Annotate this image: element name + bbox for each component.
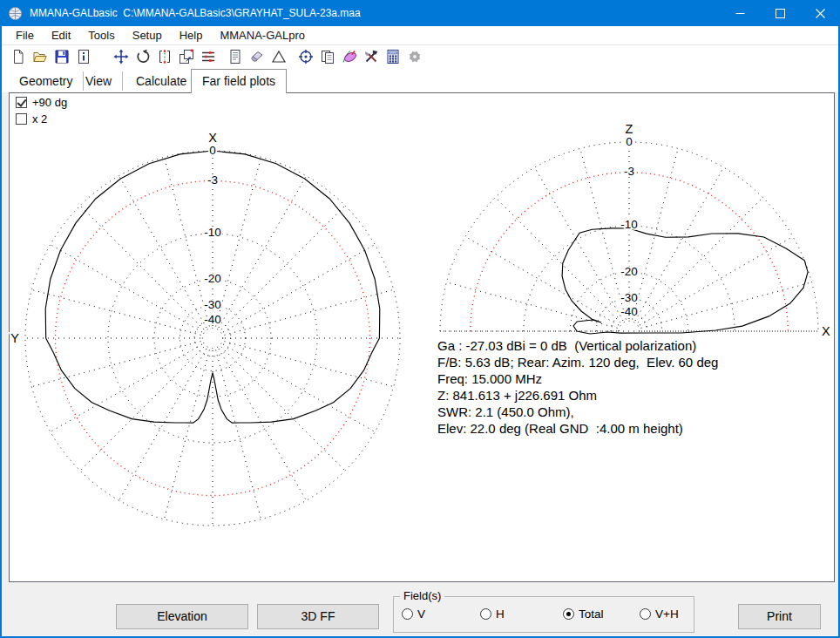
checkbox-x2-box[interactable] [16,113,27,125]
tab-far-field-plots[interactable]: Far field plots [191,69,287,93]
checkbox-plus90dg-box[interactable] [16,97,27,108]
title-bar: MMANA-GALbasic C:\MMANA-GALBasic3\GRAYHA… [0,0,840,26]
footer-bar: Elevation 3D FF Field(s) VHTotalV+H Prin… [2,583,838,636]
checkbox-x2-label: x 2 [32,112,47,126]
svg-text:-10: -10 [204,226,221,239]
elevation-far-field-pattern: 0-3-10-20-30-40ZX [440,122,830,338]
result-line: F/B: 5.63 dB; Rear: Azim. 120 deg, Elev.… [437,354,718,370]
fields-groupbox-label: Field(s) [400,589,444,602]
app-window: MMANA-GALbasic C:\MMANA-GALBasic3\GRAYHA… [0,0,840,638]
duplicate-icon[interactable] [320,49,335,64]
toolbar-group-2 [113,49,222,64]
svg-text:0: 0 [209,144,216,157]
svg-text:Z: Z [626,122,633,136]
svg-text:-20: -20 [620,265,638,278]
menu-item-mmana-galpro[interactable]: MMANA-GALpro [211,26,314,45]
radio-field-total[interactable]: Total [563,607,604,621]
minimize-button[interactable] [720,0,760,26]
app-icon [8,6,23,21]
new-file-icon[interactable] [10,49,26,64]
result-line: SWR: 2.1 (450.0 Ohm), [437,404,718,420]
file-info-icon[interactable] [76,49,91,64]
radio-label: V+H [655,607,679,621]
radio-label: H [496,607,505,621]
parameters-icon[interactable] [200,49,216,64]
copy-window-icon[interactable] [179,49,194,64]
move-icon[interactable] [113,49,129,64]
calculator-icon[interactable] [385,49,401,64]
menu-item-help[interactable]: Help [171,26,212,45]
svg-text:0: 0 [626,135,633,148]
menu-bar: FileEditToolsSetupHelpMMANA-GALpro [2,26,838,45]
radio-dot[interactable] [480,608,491,620]
tab-view[interactable]: View [75,71,123,91]
fields-groupbox: Field(s) VHTotalV+H [393,596,694,633]
radio-dot[interactable] [640,608,651,620]
radio-field-v-h[interactable]: V+H [640,607,679,621]
menu-item-tools[interactable]: Tools [79,26,123,45]
radio-dot[interactable] [563,608,574,620]
svg-text:X: X [822,324,830,338]
svg-text:Y: Y [10,331,19,345]
result-line: Elev: 22.0 deg (Real GND :4.00 m height) [437,420,718,437]
checkbox-x2[interactable]: x 2 [16,112,47,126]
svg-text:-40: -40 [620,305,638,318]
maximize-button[interactable] [760,0,800,26]
svg-text:-3: -3 [624,165,634,178]
eraser-icon[interactable] [249,49,265,64]
svg-text:X: X [208,131,217,145]
description-icon[interactable] [227,49,243,64]
azimuth-far-field-pattern: 0-3-10-20-30-40XY [10,131,400,526]
svg-text:-20: -20 [204,272,221,285]
elevation-button[interactable]: Elevation [116,604,248,629]
checkbox-plus90dg[interactable]: +90 dg [16,96,67,109]
print-button[interactable]: Print [738,604,821,629]
menu-item-setup[interactable]: Setup [124,26,171,45]
save-file-icon[interactable] [54,49,70,64]
close-button[interactable] [800,0,840,26]
far-field-lobe-icon[interactable] [342,49,357,64]
result-line: Ga : -27.03 dBi = 0 dB (Vertical polariz… [437,337,718,354]
settings-gear-icon[interactable] [407,49,423,64]
svg-text:-10: -10 [620,218,638,231]
wire-edit-icon[interactable] [157,49,173,64]
radio-field-v[interactable]: V [402,607,425,621]
toolbar [2,45,838,68]
radio-field-h[interactable]: H [480,607,505,621]
toolbar-group-1 [10,49,98,64]
svg-text:-30: -30 [204,298,221,311]
window-title: MMANA-GALbasic C:\MMANA-GALBasic3\GRAYHA… [30,7,720,19]
radio-label: Total [579,607,604,621]
3d-ff-button[interactable]: 3D FF [257,604,379,629]
tab-bar: GeometryViewCalculateFar field plots [2,68,838,92]
center-icon[interactable] [298,49,314,64]
menu-item-edit[interactable]: Edit [43,26,79,45]
optimizer-tools-icon[interactable] [363,49,379,64]
calculation-results-text: Ga : -27.03 dBi = 0 dB (Vertical polariz… [437,337,718,437]
toolbar-group-3 [227,49,293,64]
menu-item-file[interactable]: File [7,26,43,45]
triangle-icon[interactable] [271,49,287,64]
tab-calculate[interactable]: Calculate [125,71,198,91]
result-line: Freq: 15.000 MHz [437,370,718,387]
radio-label: V [417,607,425,621]
toolbar-group-4 [298,49,429,64]
result-line: Z: 841.613 + j226.691 Ohm [437,387,718,404]
tab-geometry[interactable]: Geometry [9,71,84,91]
svg-text:-3: -3 [207,173,218,187]
rotate-icon[interactable] [135,49,151,64]
checkbox-plus90dg-label: +90 dg [32,96,67,109]
radio-dot[interactable] [402,608,413,620]
svg-text:-40: -40 [204,313,221,326]
open-file-icon[interactable] [32,49,48,64]
svg-text:-30: -30 [620,291,638,304]
